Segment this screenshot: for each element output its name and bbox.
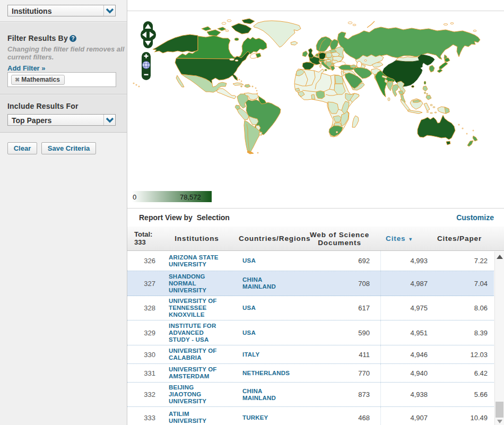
svg-text:0: 0 [133, 193, 136, 201]
svg-text:78,572: 78,572 [180, 193, 201, 201]
